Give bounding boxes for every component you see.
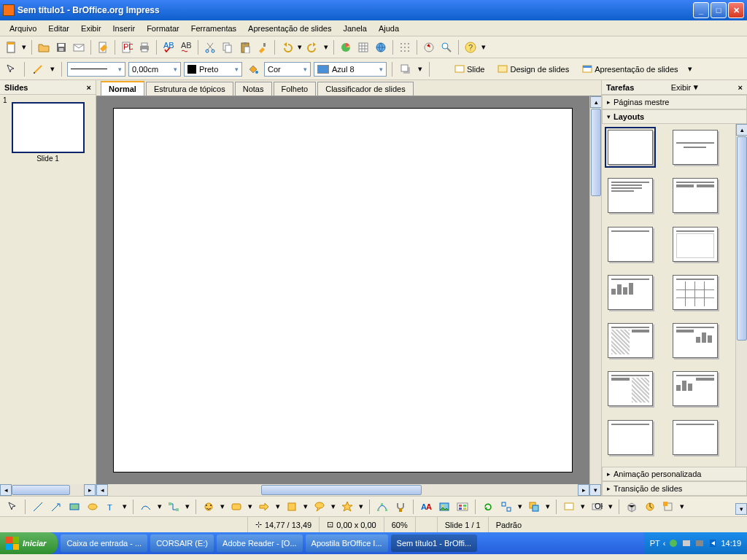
slideshow-button[interactable]: Apresentação de slides (577, 62, 683, 77)
interaction-tool[interactable] (642, 499, 658, 515)
redo-dropdown[interactable]: ▾ (322, 42, 330, 52)
presentation-options[interactable]: ▾ (686, 64, 694, 74)
section-slide-transition[interactable]: ▸Transição de slides (602, 481, 747, 496)
cut-button[interactable] (202, 39, 218, 55)
drawbar-options[interactable]: ▾ (678, 502, 686, 511)
tray-icon-3[interactable] (694, 538, 705, 548)
connector-tool[interactable] (166, 499, 182, 515)
spreadsheet-button[interactable] (355, 39, 371, 55)
taskbar-item-adobe[interactable]: Adobe Reader - [O... (217, 534, 303, 552)
slides-scroll-right[interactable]: ▸ (84, 484, 96, 496)
paste-button[interactable] (237, 39, 253, 55)
undo-dropdown[interactable]: ▾ (296, 42, 303, 52)
hscroll-right[interactable]: ▸ (578, 484, 589, 496)
redo-button[interactable] (305, 39, 321, 55)
from-file-tool[interactable] (436, 499, 452, 515)
new-dropdown[interactable]: ▾ (20, 42, 28, 52)
layout-title[interactable] (673, 130, 718, 165)
vscroll-down[interactable]: ▾ (589, 484, 601, 496)
hyperlink-button[interactable] (373, 39, 389, 55)
layout-title-only[interactable] (608, 227, 653, 262)
taskbar-item-inbox[interactable]: Caixa de entrada - ... (61, 534, 147, 552)
zoom-button[interactable] (438, 39, 454, 55)
curve-tool[interactable] (138, 499, 154, 515)
vertical-scrollbar[interactable]: ▴ (589, 96, 601, 484)
grid-button[interactable] (397, 39, 413, 55)
tab-normal[interactable]: Normal (101, 81, 144, 96)
animation-tool[interactable] (660, 499, 676, 515)
menu-janela[interactable]: Janela (338, 23, 371, 34)
taskbar-item-impress[interactable]: Sem título1 - BrOffi... (391, 534, 478, 552)
layouts-scroll-up[interactable]: ▴ (736, 124, 747, 136)
rotate-tool[interactable] (480, 499, 496, 515)
taskbar-item-corsair[interactable]: CORSAIR (E:) (150, 534, 214, 552)
slide-thumbnail-1[interactable] (12, 102, 85, 153)
tab-outline[interactable]: Estrutura de tópicos (146, 82, 233, 96)
spellcheck-button[interactable]: ABC (160, 39, 177, 55)
tasks-view-link[interactable]: Exibir (671, 83, 692, 92)
fill-type-combo[interactable]: Cor▾ (264, 62, 311, 77)
text-tool[interactable]: T (103, 499, 119, 515)
tasks-panel-close[interactable]: × (738, 83, 743, 92)
insert-slide-tool[interactable] (561, 499, 577, 515)
line-width-combo[interactable]: 0,00cm▾ (128, 62, 181, 77)
menu-arquivo[interactable]: Arquivo (4, 23, 42, 34)
save-button[interactable] (53, 39, 69, 55)
chart-button[interactable] (338, 39, 354, 55)
slides-scroll-left[interactable]: ◂ (0, 484, 12, 496)
arrange-tool[interactable] (526, 499, 542, 515)
help-button[interactable]: ? (462, 39, 479, 55)
layout-four-2[interactable] (673, 420, 718, 455)
insert-dropdown[interactable]: ▾ (579, 502, 587, 511)
open-button[interactable] (36, 39, 52, 55)
toolbar-options[interactable]: ▾ (480, 42, 487, 52)
arrow-line-tool[interactable] (48, 499, 64, 515)
callouts-dropdown[interactable]: ▾ (330, 502, 337, 511)
arrow-style-dropdown[interactable]: ▾ (49, 64, 56, 74)
menu-formatar[interactable]: Formatar (142, 23, 185, 34)
tab-handout[interactable]: Folheto (274, 82, 317, 96)
alignment-dropdown[interactable]: ▾ (516, 502, 524, 511)
auto-spellcheck-button[interactable]: ABC (178, 39, 194, 55)
tray-icon-4[interactable] (708, 538, 718, 548)
select-tool[interactable] (4, 499, 20, 515)
format-options[interactable]: ▾ (417, 64, 424, 74)
layout-title-content[interactable] (608, 178, 653, 213)
line-color-combo[interactable]: Preto▾ (184, 62, 242, 77)
new-button[interactable] (3, 39, 19, 55)
fill-color-combo[interactable]: Azul 8▾ (314, 62, 387, 77)
shadow-button[interactable] (398, 61, 414, 77)
layouts-scrollbar[interactable]: ▴ ▾ (735, 124, 747, 467)
undo-button[interactable] (279, 39, 295, 55)
edit-doc-button[interactable] (95, 39, 111, 55)
glue-points-tool[interactable] (392, 499, 409, 515)
slides-panel-close[interactable]: × (87, 83, 91, 92)
rectangle-tool[interactable] (66, 499, 82, 515)
layout-chart-text[interactable] (673, 371, 718, 406)
text-dropdown[interactable]: ▾ (121, 502, 128, 511)
export-pdf-button[interactable]: PDF (119, 39, 135, 55)
hscroll-track[interactable] (108, 484, 578, 496)
menu-inserir[interactable]: Inserir (108, 23, 141, 34)
tray-language[interactable]: PT (650, 539, 660, 548)
insert-slide-button[interactable]: Slide (449, 62, 489, 77)
callouts-tool[interactable] (311, 499, 328, 515)
layout-table[interactable] (673, 275, 718, 310)
hscroll-left[interactable]: ◂ (96, 484, 108, 496)
layout-chart[interactable] (608, 275, 653, 310)
block-arrows-tool[interactable] (256, 499, 272, 515)
close-button[interactable]: ✕ (728, 2, 744, 18)
slide-design-button[interactable]: Design de slides (492, 62, 574, 77)
taskbar-item-apostila[interactable]: Apostila BrOffice I... (306, 534, 388, 552)
basic-shapes-tool[interactable] (201, 499, 217, 515)
section-custom-animation[interactable]: ▸Animação personalizada (602, 467, 747, 481)
area-fill-button[interactable] (245, 61, 261, 77)
menu-editar[interactable]: Editar (43, 23, 74, 34)
flowchart-tool[interactable] (284, 499, 300, 515)
controls-tool[interactable]: OK (589, 499, 605, 515)
layout-four-1[interactable] (608, 420, 653, 455)
slides-hscroll[interactable]: ◂ ▸ (0, 484, 96, 496)
points-tool[interactable] (374, 499, 390, 515)
navigator-button[interactable] (421, 39, 437, 55)
print-direct-button[interactable] (136, 39, 152, 55)
